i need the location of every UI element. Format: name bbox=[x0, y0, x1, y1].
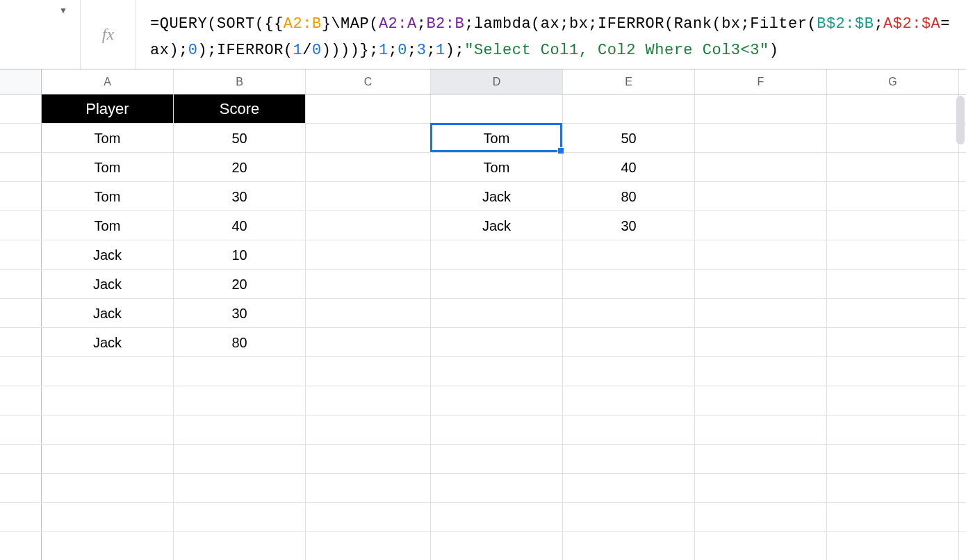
cell-G[interactable] bbox=[827, 124, 959, 152]
cell-C[interactable] bbox=[306, 124, 431, 152]
cell-D[interactable] bbox=[431, 386, 563, 415]
cell-G[interactable] bbox=[827, 328, 959, 356]
row-header[interactable] bbox=[0, 299, 42, 327]
row-header[interactable] bbox=[0, 153, 42, 181]
cell-B[interactable]: 10 bbox=[174, 240, 306, 269]
cell-C[interactable] bbox=[306, 153, 431, 181]
cell-C[interactable] bbox=[306, 474, 431, 502]
cell-C[interactable] bbox=[306, 415, 431, 444]
cell-A[interactable] bbox=[42, 357, 174, 386]
vertical-scrollbar[interactable] bbox=[956, 96, 965, 145]
cell-B[interactable] bbox=[174, 386, 306, 415]
cell-A[interactable]: Jack bbox=[42, 328, 174, 356]
cell-A[interactable]: Tom bbox=[42, 211, 174, 240]
cell-A[interactable]: Tom bbox=[42, 124, 174, 152]
cell-A[interactable]: Player bbox=[42, 94, 174, 123]
cell-G[interactable] bbox=[827, 474, 959, 502]
cell-C[interactable] bbox=[306, 182, 431, 211]
cell-C[interactable] bbox=[306, 240, 431, 269]
column-header-A[interactable]: A bbox=[42, 69, 174, 94]
cell-F[interactable] bbox=[695, 445, 827, 473]
cell-A[interactable]: Tom bbox=[42, 153, 174, 181]
formula-input[interactable]: =QUERY(SORT({{A2:B}\MAP(A2:A;B2:B;lambda… bbox=[136, 0, 966, 69]
cell-D[interactable] bbox=[431, 503, 563, 532]
cell-E[interactable] bbox=[563, 503, 695, 532]
row-header[interactable] bbox=[0, 503, 42, 532]
row-header[interactable] bbox=[0, 124, 42, 152]
cell-A[interactable] bbox=[42, 474, 174, 502]
cell-E[interactable]: 50 bbox=[563, 124, 695, 152]
cell-D[interactable]: Tom bbox=[431, 124, 563, 152]
cell-E[interactable] bbox=[563, 532, 695, 560]
row-header[interactable] bbox=[0, 474, 42, 502]
cell-F[interactable] bbox=[695, 474, 827, 502]
cell-D[interactable] bbox=[431, 328, 563, 356]
cell-C[interactable] bbox=[306, 328, 431, 356]
select-all-corner[interactable] bbox=[0, 69, 42, 94]
cell-F[interactable] bbox=[695, 299, 827, 327]
cell-C[interactable] bbox=[306, 503, 431, 532]
cell-F[interactable] bbox=[695, 182, 827, 211]
row-header[interactable] bbox=[0, 240, 42, 269]
cell-E[interactable] bbox=[563, 357, 695, 386]
cell-B[interactable]: 50 bbox=[174, 124, 306, 152]
cell-A[interactable] bbox=[42, 386, 174, 415]
cell-F[interactable] bbox=[695, 211, 827, 240]
column-header-D[interactable]: D bbox=[431, 69, 563, 94]
cell-C[interactable] bbox=[306, 299, 431, 327]
cell-E[interactable]: 80 bbox=[563, 182, 695, 211]
cell-F[interactable] bbox=[695, 328, 827, 356]
cell-B[interactable] bbox=[174, 445, 306, 473]
row-header[interactable] bbox=[0, 270, 42, 298]
cell-E[interactable] bbox=[563, 474, 695, 502]
row-header[interactable] bbox=[0, 532, 42, 560]
cell-A[interactable] bbox=[42, 532, 174, 560]
cell-B[interactable] bbox=[174, 357, 306, 386]
cell-G[interactable] bbox=[827, 299, 959, 327]
cell-E[interactable] bbox=[563, 299, 695, 327]
cell-G[interactable] bbox=[827, 532, 959, 560]
cell-D[interactable] bbox=[431, 357, 563, 386]
cell-A[interactable] bbox=[42, 503, 174, 532]
cell-C[interactable] bbox=[306, 270, 431, 298]
cell-D[interactable]: Jack bbox=[431, 211, 563, 240]
cell-B[interactable] bbox=[174, 415, 306, 444]
cell-E[interactable] bbox=[563, 270, 695, 298]
cell-A[interactable]: Jack bbox=[42, 299, 174, 327]
cell-B[interactable]: Score bbox=[174, 94, 306, 123]
cell-B[interactable]: 30 bbox=[174, 182, 306, 211]
cell-G[interactable] bbox=[827, 270, 959, 298]
cell-E[interactable] bbox=[563, 415, 695, 444]
cell-B[interactable]: 20 bbox=[174, 270, 306, 298]
cell-B[interactable] bbox=[174, 474, 306, 502]
row-header[interactable] bbox=[0, 182, 42, 211]
cell-B[interactable] bbox=[174, 503, 306, 532]
cell-A[interactable] bbox=[42, 415, 174, 444]
row-header[interactable] bbox=[0, 386, 42, 415]
cell-D[interactable] bbox=[431, 270, 563, 298]
column-header-F[interactable]: F bbox=[695, 69, 827, 94]
row-header[interactable] bbox=[0, 94, 42, 123]
cell-E[interactable] bbox=[563, 386, 695, 415]
cell-D[interactable] bbox=[431, 474, 563, 502]
cell-F[interactable] bbox=[695, 94, 827, 123]
cell-C[interactable] bbox=[306, 357, 431, 386]
cell-F[interactable] bbox=[695, 153, 827, 181]
cell-F[interactable] bbox=[695, 124, 827, 152]
cell-F[interactable] bbox=[695, 240, 827, 269]
cell-E[interactable] bbox=[563, 445, 695, 473]
column-header-G[interactable]: G bbox=[827, 69, 959, 94]
cell-G[interactable] bbox=[827, 386, 959, 415]
column-header-E[interactable]: E bbox=[563, 69, 695, 94]
cell-C[interactable] bbox=[306, 445, 431, 473]
cell-F[interactable] bbox=[695, 532, 827, 560]
name-box[interactable]: ▼ bbox=[0, 0, 81, 69]
cell-B[interactable]: 80 bbox=[174, 328, 306, 356]
cell-C[interactable] bbox=[306, 94, 431, 123]
cell-F[interactable] bbox=[695, 386, 827, 415]
cell-D[interactable] bbox=[431, 445, 563, 473]
cell-A[interactable]: Jack bbox=[42, 240, 174, 269]
name-box-dropdown-icon[interactable]: ▼ bbox=[59, 6, 67, 15]
cell-G[interactable] bbox=[827, 211, 959, 240]
cell-D[interactable] bbox=[431, 415, 563, 444]
